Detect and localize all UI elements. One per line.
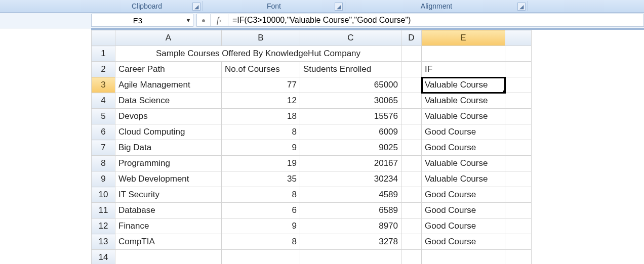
row-head-10[interactable]: 10 [92,187,115,203]
row-head-14[interactable]: 14 [92,250,115,265]
cell-E3[interactable]: Valuable Course [422,77,505,93]
cell-E9[interactable]: Valuable Course [422,171,505,187]
cell-C6[interactable]: 6009 [300,124,401,140]
select-all-corner[interactable] [92,30,115,46]
row-head-5[interactable]: 5 [92,109,115,124]
cell-B5[interactable]: 18 [222,109,300,124]
header-career[interactable]: Career Path [115,62,222,77]
header-students[interactable]: Students Enrolled [300,62,401,77]
cell-E14[interactable] [422,250,505,265]
cell-D8[interactable] [401,156,422,171]
clipboard-launcher-icon[interactable]: ◢ [192,3,200,11]
cell-D10[interactable] [401,187,422,203]
cell-A3[interactable]: Agile Management [115,77,222,93]
cell-F11[interactable] [505,203,532,218]
cell-C4[interactable]: 30065 [300,93,401,109]
cell-D6[interactable] [401,124,422,140]
cell-E4[interactable]: Valuable Course [422,93,505,109]
cell-C11[interactable]: 6589 [300,203,401,218]
cell-B4[interactable]: 12 [222,93,300,109]
cell-D13[interactable] [401,234,422,250]
cell-C14[interactable] [300,250,401,265]
row-head-13[interactable]: 13 [92,234,115,250]
row-head-1[interactable]: 1 [92,46,115,62]
cell-E1[interactable] [422,46,505,62]
col-head-E[interactable]: E [422,30,505,46]
col-head-B[interactable]: B [222,30,300,46]
cell-F10[interactable] [505,187,532,203]
cell-F3[interactable] [505,77,532,93]
cell-A4[interactable]: Data Science [115,93,222,109]
cell-A11[interactable]: Database [115,203,222,218]
cell-A12[interactable]: Finance [115,218,222,234]
cell-C5[interactable]: 15576 [300,109,401,124]
cell-A5[interactable]: Devops [115,109,222,124]
row-head-12[interactable]: 12 [92,218,115,234]
cell-D12[interactable] [401,218,422,234]
name-box[interactable]: E3 ▼ [91,14,193,27]
cell-D4[interactable] [401,93,422,109]
cell-B10[interactable]: 8 [222,187,300,203]
cell-A8[interactable]: Programming [115,156,222,171]
cell-F9[interactable] [505,171,532,187]
cell-F4[interactable] [505,93,532,109]
cell-F8[interactable] [505,156,532,171]
row-head-11[interactable]: 11 [92,203,115,218]
cell-E6[interactable]: Good Course [422,124,505,140]
cell-D1[interactable] [401,46,422,62]
cell-C9[interactable]: 30234 [300,171,401,187]
cell-D9[interactable] [401,171,422,187]
formula-cancel-icon[interactable]: ● [197,14,211,26]
cell-D11[interactable] [401,203,422,218]
cell-B11[interactable]: 6 [222,203,300,218]
cell-F6[interactable] [505,124,532,140]
formula-input[interactable]: =IF(C3>10000,"Valuable Course","Good Cou… [228,16,643,25]
cell-B6[interactable]: 8 [222,124,300,140]
cell-F14[interactable] [505,250,532,265]
cell-A9[interactable]: Web Development [115,171,222,187]
col-head-A[interactable]: A [115,30,222,46]
cell-F5[interactable] [505,109,532,124]
row-head-8[interactable]: 8 [92,156,115,171]
cell-F12[interactable] [505,218,532,234]
title-cell[interactable]: Sample Courses Offered By KnowledgeHut C… [115,46,401,62]
cell-C3[interactable]: 65000 [300,77,401,93]
spreadsheet-grid[interactable]: A B C D E 1 Sample Courses Offered By Kn… [91,30,532,264]
col-head-D[interactable]: D [401,30,422,46]
header-courses[interactable]: No.of Courses [222,62,300,77]
cell-B7[interactable]: 9 [222,140,300,156]
cell-E5[interactable]: Valuable Course [422,109,505,124]
cell-C12[interactable]: 8970 [300,218,401,234]
alignment-launcher-icon[interactable]: ◢ [517,3,526,11]
cell-A10[interactable]: IT Security [115,187,222,203]
cell-B9[interactable]: 35 [222,171,300,187]
header-if[interactable]: IF [422,62,505,77]
cell-D3[interactable] [401,77,422,93]
cell-E12[interactable]: Good Course [422,218,505,234]
cell-C13[interactable]: 3278 [300,234,401,250]
cell-E10[interactable]: Good Course [422,187,505,203]
cell-D14[interactable] [401,250,422,265]
cell-A14[interactable] [115,250,222,265]
cell-D7[interactable] [401,140,422,156]
col-head-C[interactable]: C [300,30,401,46]
row-head-4[interactable]: 4 [92,93,115,109]
cell-A6[interactable]: Cloud Computing [115,124,222,140]
cell-F2[interactable] [505,62,532,77]
cell-D5[interactable] [401,109,422,124]
cell-A13[interactable]: CompTIA [115,234,222,250]
row-head-3[interactable]: 3 [92,77,115,93]
insert-function-icon[interactable]: fx [211,14,228,26]
row-head-7[interactable]: 7 [92,140,115,156]
cell-B8[interactable]: 19 [222,156,300,171]
font-launcher-icon[interactable]: ◢ [335,3,343,11]
cell-B12[interactable]: 9 [222,218,300,234]
row-head-9[interactable]: 9 [92,171,115,187]
cell-E8[interactable]: Valuable Course [422,156,505,171]
cell-D2[interactable] [401,62,422,77]
cell-C8[interactable]: 20167 [300,156,401,171]
cell-B14[interactable] [222,250,300,265]
cell-F13[interactable] [505,234,532,250]
cell-E11[interactable]: Good Course [422,203,505,218]
cell-E7[interactable]: Good Course [422,140,505,156]
